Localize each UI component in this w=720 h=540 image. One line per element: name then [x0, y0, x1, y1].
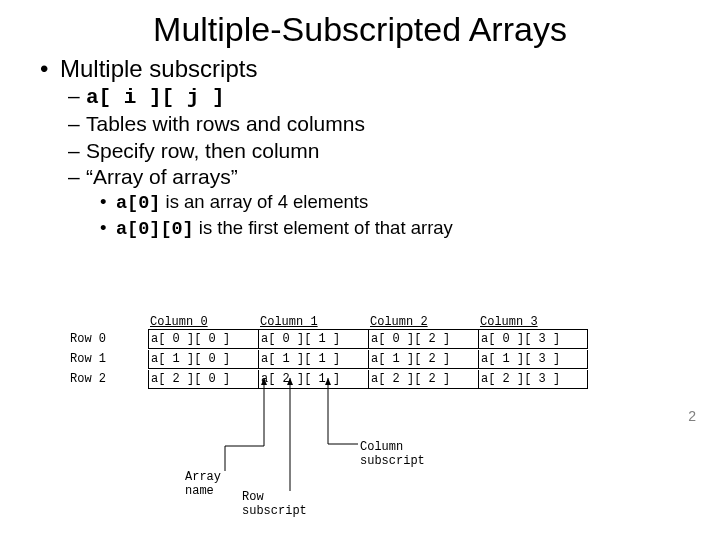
page-title: Multiple-Subscripted Arrays [0, 10, 720, 49]
bullet-subsub-1: a[0] is an array of 4 elements [100, 190, 720, 216]
bullet-sub-specify: Specify row, then column [68, 138, 720, 164]
cell: a[ 2 ][ 0 ] [148, 370, 258, 388]
label-array-name: Array name [185, 470, 221, 498]
cell: a[ 1 ][ 2 ] [368, 350, 478, 368]
col-header-1: Column 1 [258, 315, 368, 329]
code-a00: a[0][0] [116, 219, 194, 240]
col-header-2: Column 2 [368, 315, 478, 329]
cell: a[ 0 ][ 3 ] [478, 330, 588, 348]
array-diagram: Column 0 Column 1 Column 2 Column 3 Row … [70, 315, 588, 389]
cell: a[ 2 ][ 2 ] [368, 370, 478, 388]
table-row: Row 1 a[ 1 ][ 0 ] a[ 1 ][ 1 ] a[ 1 ][ 2 … [70, 349, 588, 369]
cell: a[ 0 ][ 1 ] [258, 330, 368, 348]
bullet-sub-code: a[ i ][ j ] [68, 83, 720, 111]
bullet-subsub-2: a[0][0] is the first element of that arr… [100, 216, 720, 242]
cell: a[ 1 ][ 0 ] [148, 350, 258, 368]
row-label-2: Row 2 [70, 372, 148, 386]
table-row: Row 2 a[ 2 ][ 0 ] a[ 2 ][ 1 ] a[ 2 ][ 2 … [70, 369, 588, 389]
cell: a[ 1 ][ 3 ] [478, 350, 588, 368]
cell: a[ 1 ][ 1 ] [258, 350, 368, 368]
label-row-subscript: Row subscript [242, 490, 307, 518]
page-number: 2 [688, 408, 696, 424]
col-header-3: Column 3 [478, 315, 588, 329]
code-a0: a[0] [116, 193, 160, 214]
cell: a[ 0 ][ 0 ] [148, 330, 258, 348]
bullet-sub-arrayofarrays: “Array of arrays” [68, 164, 720, 190]
text-a00: is the first element of that array [194, 217, 453, 238]
text-a0: is an array of 4 elements [160, 191, 368, 212]
bullet-sub-tables: Tables with rows and columns [68, 111, 720, 137]
cell: a[ 2 ][ 1 ] [258, 370, 368, 388]
col-header-0: Column 0 [148, 315, 258, 329]
row-label-0: Row 0 [70, 332, 148, 346]
content-area: Multiple subscripts a[ i ][ j ] Tables w… [0, 49, 720, 242]
label-column-subscript: Column subscript [360, 440, 425, 468]
column-headers: Column 0 Column 1 Column 2 Column 3 [148, 315, 588, 329]
row-label-1: Row 1 [70, 352, 148, 366]
bullet-main: Multiple subscripts [40, 55, 720, 83]
cell: a[ 2 ][ 3 ] [478, 370, 588, 388]
table-row: Row 0 a[ 0 ][ 0 ] a[ 0 ][ 1 ] a[ 0 ][ 2 … [70, 329, 588, 349]
code-syntax: a[ i ][ j ] [86, 86, 225, 109]
cell: a[ 0 ][ 2 ] [368, 330, 478, 348]
